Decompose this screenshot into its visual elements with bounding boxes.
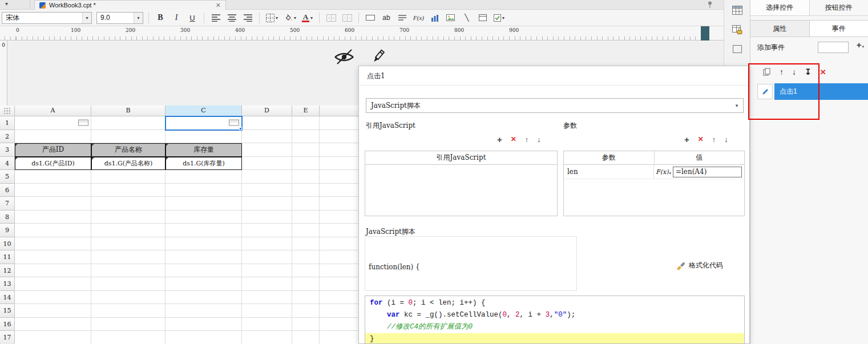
delete-icon[interactable]: ✕: [698, 135, 704, 143]
row-header-16[interactable]: 16: [0, 318, 15, 331]
cell-A9[interactable]: [15, 224, 91, 237]
cell-B11[interactable]: [91, 250, 165, 264]
param-value-input[interactable]: =len(A4): [673, 167, 742, 177]
cell-C10[interactable]: [165, 237, 242, 251]
column-header-D[interactable]: D: [242, 106, 292, 116]
cell-D2[interactable]: [242, 130, 292, 144]
row-header-7[interactable]: 7: [0, 197, 15, 211]
font-color-dropdown[interactable]: A ▾: [301, 11, 314, 25]
cell-C15[interactable]: [165, 304, 242, 318]
add-icon[interactable]: +: [684, 135, 689, 144]
merge-cells-button[interactable]: [325, 11, 337, 25]
cell-E4[interactable]: [292, 157, 320, 171]
cell-B5[interactable]: [91, 170, 165, 184]
border-dropdown[interactable]: ▾: [265, 11, 279, 25]
tab-events[interactable]: 事件: [810, 21, 868, 37]
cell-B6[interactable]: [91, 184, 165, 197]
toolbox-locked-table-icon[interactable]: [730, 23, 744, 36]
tab-select-widget[interactable]: 选择控件: [750, 0, 810, 15]
cell-B8[interactable]: [91, 211, 165, 224]
cell-C7[interactable]: [165, 197, 242, 211]
cell-C9[interactable]: [165, 224, 242, 237]
cell-E1[interactable]: [292, 116, 320, 130]
cell-A2[interactable]: [15, 130, 91, 144]
textfield-widget-icon[interactable]: [78, 120, 88, 126]
font-size-select[interactable]: 9.0 ▾: [96, 12, 143, 24]
fill-color-dropdown[interactable]: ▾: [282, 11, 297, 25]
cell-B15[interactable]: [91, 304, 165, 318]
event-type-select[interactable]: JavaScript脚本 ▾: [366, 98, 744, 113]
cell-E5[interactable]: [292, 170, 320, 184]
cell-B3[interactable]: 产品名称: [91, 143, 165, 157]
insert-chart-button[interactable]: [429, 11, 441, 25]
cell-C3[interactable]: 库存量: [165, 143, 242, 157]
insert-lines-button[interactable]: [396, 11, 409, 25]
row-header-11[interactable]: 11: [0, 250, 15, 264]
code-line[interactable]: }: [365, 333, 744, 344]
formula-fx-button[interactable]: F(x) ▾: [656, 168, 671, 176]
cell-B16[interactable]: [91, 318, 165, 331]
row-header-1[interactable]: 1: [0, 116, 15, 130]
align-left-button[interactable]: [209, 11, 222, 25]
cell-E15[interactable]: [292, 304, 320, 318]
event-item[interactable]: 点击1: [774, 83, 868, 100]
tab-list-chevron-icon[interactable]: ▾: [5, 1, 8, 7]
cell-C4[interactable]: ds1.G(库存量): [165, 157, 242, 171]
edit-widget-icon[interactable]: [370, 48, 387, 65]
cell-A17[interactable]: [15, 331, 91, 344]
tab-button-widget[interactable]: 按钮控件: [810, 0, 868, 15]
cell-A16[interactable]: [15, 318, 91, 331]
row-header-6[interactable]: 6: [0, 184, 15, 197]
row-header-8[interactable]: 8: [0, 211, 15, 224]
format-code-button[interactable]: 格式化代码: [676, 261, 723, 270]
row-header-4[interactable]: 4: [0, 157, 15, 171]
row-header-13[interactable]: 13: [0, 277, 15, 291]
row-header-12[interactable]: 12: [0, 264, 15, 278]
cell-B10[interactable]: [91, 237, 165, 251]
move-event-bottom-icon[interactable]: ↧: [805, 67, 812, 76]
cell-A10[interactable]: [15, 237, 91, 251]
cell-C11[interactable]: [165, 250, 242, 264]
cell-D16[interactable]: [242, 318, 292, 331]
cell-E7[interactable]: [292, 197, 320, 211]
code-line[interactable]: //修改C4的所有扩展值为0: [365, 321, 744, 333]
cell-D10[interactable]: [242, 237, 292, 251]
copy-event-icon[interactable]: [763, 68, 771, 76]
code-line[interactable]: var kc = _g().setCellValue(0, 2, i + 3,"…: [365, 309, 744, 321]
move-down-icon[interactable]: ↓: [724, 135, 728, 144]
cell-E10[interactable]: [292, 237, 320, 251]
cell-C14[interactable]: [165, 291, 242, 305]
cell-E2[interactable]: [292, 130, 320, 144]
select-all-corner[interactable]: [0, 106, 15, 116]
cell-D13[interactable]: [242, 277, 292, 291]
unmerge-cells-button[interactable]: [341, 11, 353, 25]
align-center-button[interactable]: [225, 11, 238, 25]
insert-widget-dropdown[interactable]: ▾: [492, 11, 506, 25]
hide-widget-icon[interactable]: [333, 48, 356, 65]
cell-B1[interactable]: [91, 116, 165, 130]
code-line[interactable]: for (i = 0; i < len; i++) {: [365, 297, 744, 309]
add-event-button[interactable]: + ▾: [857, 41, 864, 49]
cell-B13[interactable]: [91, 277, 165, 291]
insert-block-button[interactable]: [477, 11, 489, 25]
cell-A8[interactable]: [15, 211, 91, 224]
cell-C16[interactable]: [165, 318, 242, 331]
param-name-cell[interactable]: len: [564, 165, 654, 179]
cell-E17[interactable]: [292, 331, 320, 344]
cell-C5[interactable]: [165, 170, 242, 184]
move-up-icon[interactable]: ↑: [525, 135, 529, 144]
cell-A7[interactable]: [15, 197, 91, 211]
cell-C8[interactable]: [165, 211, 242, 224]
cell-E14[interactable]: [292, 291, 320, 305]
cell-A12[interactable]: [15, 264, 91, 278]
cell-A14[interactable]: [15, 291, 91, 305]
move-up-icon[interactable]: ↑: [712, 135, 716, 144]
cell-B4[interactable]: ds1.G(产品名称): [91, 157, 165, 171]
row-header-15[interactable]: 15: [0, 304, 15, 318]
cell-A13[interactable]: [15, 277, 91, 291]
insert-textfield-button[interactable]: [364, 11, 377, 25]
cell-E12[interactable]: [292, 264, 320, 278]
column-header-C[interactable]: C: [165, 106, 242, 116]
tab-properties[interactable]: 属性: [750, 21, 810, 37]
cell-E6[interactable]: [292, 184, 320, 197]
